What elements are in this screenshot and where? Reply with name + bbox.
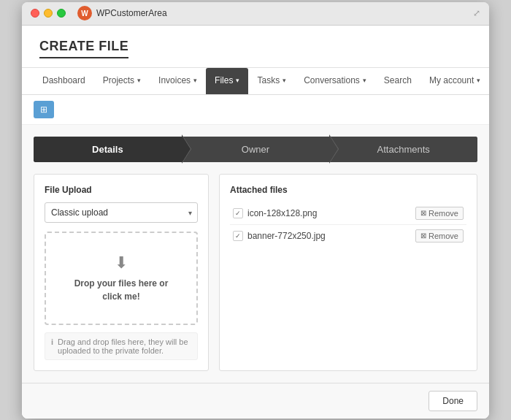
logo-icon: W — [77, 6, 92, 20]
panels: File Upload Classic upload Advanced uplo… — [34, 174, 477, 371]
upload-icon: ⬇ — [58, 253, 185, 272]
attached-files-title: Attached files — [230, 185, 466, 195]
file-upload-panel: File Upload Classic upload Advanced uplo… — [34, 174, 209, 371]
remove-icon: ⊠ — [420, 209, 426, 217]
titlebar: W WPCustomerArea ⤢ — [22, 2, 489, 26]
file-checkbox[interactable]: ✓ — [233, 208, 243, 218]
step-details[interactable]: Details — [34, 137, 182, 162]
hint-box: i Drag and drop files here, they will be… — [45, 332, 198, 360]
steps-bar: Details Owner Attachments — [34, 137, 477, 162]
grid-view-button[interactable]: ⊞ — [34, 101, 54, 118]
footer-bar: Done — [22, 383, 489, 419]
nav-item-myaccount[interactable]: My account ▾ — [420, 68, 489, 94]
chevron-down-icon: ▾ — [363, 77, 366, 84]
file-checkbox[interactable]: ✓ — [233, 231, 243, 241]
file-item: ✓ banner-772x250.jpg ⊠ Remove — [230, 225, 466, 247]
chevron-down-icon: ▾ — [193, 77, 197, 84]
upload-type-wrapper: Classic upload Advanced upload ▾ — [45, 202, 198, 223]
drop-text-line2: click me! — [58, 290, 185, 303]
nav-item-search[interactable]: Search — [375, 68, 420, 94]
expand-icon[interactable]: ⤢ — [473, 8, 480, 18]
info-icon: i — [51, 337, 53, 346]
chevron-down-icon: ▾ — [477, 77, 480, 84]
remove-file-button[interactable]: ⊠ Remove — [415, 229, 464, 243]
drop-zone[interactable]: ⬇ Drop your files here or click me! — [45, 232, 198, 325]
close-button[interactable] — [31, 9, 39, 18]
step-attachments[interactable]: Attachments — [329, 137, 477, 162]
hint-text: Drag and drop files here, they will be u… — [58, 337, 191, 355]
page-content: CREATE FILE Dashboard Projects ▾ Invoice… — [22, 26, 489, 419]
page-header: CREATE FILE — [22, 26, 489, 68]
app-logo: W WPCustomerArea — [77, 6, 167, 20]
nav-item-dashboard[interactable]: Dashboard — [34, 68, 94, 94]
main-content: Details Owner Attachments File Upload Cl… — [22, 125, 489, 383]
file-list: ✓ icon-128x128.png ⊠ Remove ✓ banner-772… — [230, 202, 466, 247]
upload-type-select[interactable]: Classic upload Advanced upload — [45, 202, 198, 223]
toolbar: ⊞ — [22, 95, 489, 125]
minimize-button[interactable] — [44, 9, 53, 18]
chevron-down-icon: ▾ — [236, 77, 239, 84]
nav-item-files[interactable]: Files ▾ — [206, 68, 248, 94]
nav-bar: Dashboard Projects ▾ Invoices ▾ Files ▾ … — [22, 68, 489, 95]
traffic-lights — [31, 9, 66, 18]
file-name: banner-772x250.jpg — [247, 231, 411, 241]
attached-files-panel: Attached files ✓ icon-128x128.png ⊠ Remo… — [219, 174, 477, 371]
page-title: CREATE FILE — [39, 39, 128, 58]
chevron-down-icon: ▾ — [137, 77, 141, 84]
app-name: WPCustomerArea — [96, 8, 167, 18]
app-window: W WPCustomerArea ⤢ CREATE FILE Dashboard… — [22, 2, 489, 419]
nav-item-conversations[interactable]: Conversations ▾ — [295, 68, 375, 94]
nav-item-invoices[interactable]: Invoices ▾ — [150, 68, 206, 94]
file-name: icon-128x128.png — [247, 208, 411, 218]
done-button[interactable]: Done — [429, 391, 477, 411]
remove-icon: ⊠ — [420, 232, 426, 240]
drop-text-line1: Drop your files here or — [58, 277, 185, 290]
step-owner[interactable]: Owner — [182, 137, 330, 162]
nav-item-projects[interactable]: Projects ▾ — [94, 68, 150, 94]
remove-file-button[interactable]: ⊠ Remove — [415, 207, 464, 220]
chevron-down-icon: ▾ — [283, 77, 286, 84]
file-upload-title: File Upload — [45, 185, 198, 195]
grid-icon: ⊞ — [40, 104, 47, 115]
maximize-button[interactable] — [57, 9, 66, 18]
logo-letter: W — [81, 9, 88, 18]
file-item: ✓ icon-128x128.png ⊠ Remove — [230, 202, 466, 225]
nav-item-tasks[interactable]: Tasks ▾ — [248, 68, 295, 94]
